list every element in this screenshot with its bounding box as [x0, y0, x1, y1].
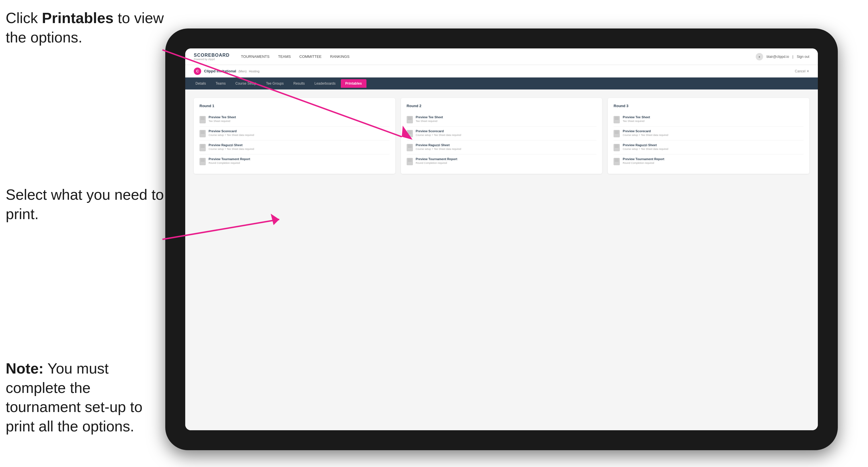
logo-title: SCOREBOARD	[194, 53, 230, 58]
top-nav-links: TOURNAMENTS TEAMS COMMITTEE RANKINGS	[241, 53, 756, 60]
item-title: Preview Scorecard	[209, 129, 254, 133]
round1-tee-sheet[interactable]: Preview Tee Sheet Tee Sheet required	[199, 113, 390, 126]
instruction-bottom: Note: You must complete the tournament s…	[6, 359, 165, 436]
instruction-top: Click Printables to view the options.	[6, 8, 165, 47]
document-icon	[407, 158, 413, 165]
tab-course-setup[interactable]: Course Setup	[231, 79, 261, 88]
round1-raguzzi[interactable]: Preview Raguzzi Sheet Course setup + Tee…	[199, 141, 390, 154]
round3-tournament-report[interactable]: Preview Tournament Report Round Completi…	[614, 154, 804, 168]
item-title: Preview Raguzzi Sheet	[209, 143, 254, 147]
round2-tournament-report[interactable]: Preview Tournament Report Round Completi…	[407, 154, 597, 168]
tablet-screen: SCOREBOARD Powered by clippd TOURNAMENTS…	[185, 49, 818, 430]
item-title: Preview Tee Sheet	[623, 115, 650, 119]
tab-teams[interactable]: Teams	[211, 79, 230, 88]
nav-committee[interactable]: COMMITTEE	[300, 53, 322, 60]
sign-out-link[interactable]: Sign out	[797, 55, 809, 59]
round3-raguzzi[interactable]: Preview Raguzzi Sheet Course setup + Tee…	[614, 141, 804, 154]
document-icon	[199, 116, 206, 123]
tournament-name: Clippd Invitational	[204, 69, 236, 73]
tournament-header: C Clippd Invitational (Men) Hosting Canc…	[185, 65, 818, 77]
tournament-tag: (Men)	[239, 69, 247, 73]
logo-subtitle: Powered by clippd	[194, 58, 230, 61]
item-subtitle: Round Completion required	[623, 161, 664, 164]
item-title: Preview Tee Sheet	[416, 115, 443, 119]
top-nav: SCOREBOARD Powered by clippd TOURNAMENTS…	[185, 49, 818, 65]
user-email: blair@clippd.io	[767, 55, 789, 59]
round-3-title: Round 3	[614, 104, 804, 108]
round1-scorecard[interactable]: Preview Scorecard Course setup + Tee She…	[199, 126, 390, 141]
round-2-column: Round 2 Preview Tee Sheet Tee Sheet requ…	[401, 98, 602, 174]
user-avatar: ●	[756, 53, 763, 60]
document-icon	[407, 130, 413, 137]
item-subtitle: Course setup + Tee Sheet data required	[209, 148, 254, 150]
tab-details[interactable]: Details	[191, 79, 211, 88]
item-subtitle: Round Completion required	[209, 161, 250, 164]
round3-scorecard[interactable]: Preview Scorecard Course setup + Tee She…	[614, 126, 804, 141]
tournament-status: Hosting	[249, 69, 259, 73]
item-subtitle: Course setup + Tee Sheet data required	[209, 134, 254, 136]
document-icon	[614, 144, 620, 151]
nav-tournaments[interactable]: TOURNAMENTS	[241, 53, 270, 60]
scoreboard-logo: SCOREBOARD Powered by clippd	[194, 53, 230, 61]
top-nav-right: ● blair@clippd.io | Sign out	[756, 53, 809, 60]
document-icon	[614, 158, 620, 165]
round1-tournament-report[interactable]: Preview Tournament Report Round Completi…	[199, 154, 390, 168]
document-icon	[199, 158, 206, 165]
separator: |	[793, 55, 793, 59]
tab-tee-groups[interactable]: Tee Groups	[261, 79, 288, 88]
rounds-container: Round 1 Preview Tee Sheet Tee Sheet requ…	[194, 98, 809, 174]
tab-leaderboards[interactable]: Leaderboards	[310, 79, 340, 88]
document-icon	[199, 130, 206, 137]
document-icon	[614, 116, 620, 123]
item-subtitle: Course setup + Tee Sheet data required	[416, 134, 461, 136]
sub-nav: Details Teams Course Setup Tee Groups Re…	[185, 77, 818, 90]
item-subtitle: Tee Sheet required	[623, 120, 650, 123]
round-1-column: Round 1 Preview Tee Sheet Tee Sheet requ…	[194, 98, 395, 174]
main-content: Round 1 Preview Tee Sheet Tee Sheet requ…	[185, 90, 818, 430]
round3-tee-sheet[interactable]: Preview Tee Sheet Tee Sheet required	[614, 113, 804, 126]
item-title: Preview Tournament Report	[416, 157, 457, 161]
printables-bold: Printables	[42, 10, 114, 26]
item-subtitle: Tee Sheet required	[209, 120, 236, 123]
item-title: Preview Tee Sheet	[209, 115, 236, 119]
document-icon	[199, 144, 206, 151]
round2-tee-sheet[interactable]: Preview Tee Sheet Tee Sheet required	[407, 113, 597, 126]
document-icon	[614, 130, 620, 137]
item-subtitle: Round Completion required	[416, 161, 457, 164]
document-icon	[407, 116, 413, 123]
tab-results[interactable]: Results	[289, 79, 309, 88]
item-title: Preview Tournament Report	[623, 157, 664, 161]
cancel-button[interactable]: Cancel ✕	[795, 69, 809, 73]
nav-teams[interactable]: TEAMS	[278, 53, 291, 60]
item-title: Preview Raguzzi Sheet	[623, 143, 668, 147]
tournament-logo: C	[194, 67, 201, 75]
item-subtitle: Course setup + Tee Sheet data required	[623, 148, 668, 150]
item-subtitle: Tee Sheet required	[416, 120, 443, 123]
item-title: Preview Raguzzi Sheet	[416, 143, 461, 147]
tablet-device: SCOREBOARD Powered by clippd TOURNAMENTS…	[165, 29, 838, 450]
note-bold: Note:	[6, 360, 43, 377]
instruction-middle: Select what you need to print.	[6, 185, 165, 224]
item-title: Preview Scorecard	[623, 129, 668, 133]
item-title: Preview Scorecard	[416, 129, 461, 133]
document-icon	[407, 144, 413, 151]
round2-scorecard[interactable]: Preview Scorecard Course setup + Tee She…	[407, 126, 597, 141]
tab-printables[interactable]: Printables	[341, 79, 367, 88]
item-subtitle: Course setup + Tee Sheet data required	[623, 134, 668, 136]
nav-rankings[interactable]: RANKINGS	[330, 53, 350, 60]
round-2-title: Round 2	[407, 104, 597, 108]
item-title: Preview Tournament Report	[209, 157, 250, 161]
item-subtitle: Course setup + Tee Sheet data required	[416, 148, 461, 150]
round-1-title: Round 1	[199, 104, 390, 108]
round-3-column: Round 3 Preview Tee Sheet Tee Sheet requ…	[608, 98, 809, 174]
round2-raguzzi[interactable]: Preview Raguzzi Sheet Course setup + Tee…	[407, 141, 597, 154]
